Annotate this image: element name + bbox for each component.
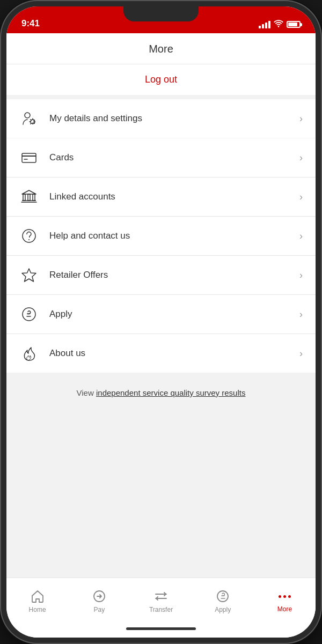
phone-inner: 9:41 [6,6,316,638]
bottom-nav: Home Pay [6,578,316,623]
pound-circle-icon [19,305,39,324]
apply-chevron-icon: › [299,309,303,320]
retailer-offers-chevron-icon: › [299,270,303,281]
status-time: 9:41 [21,18,40,29]
svg-marker-13 [22,269,36,282]
home-nav-icon [30,589,45,604]
menu-item-cards[interactable]: Cards › [6,138,316,177]
page-header: More [6,33,316,64]
phone-frame: 9:41 [0,0,322,644]
cards-chevron-icon: › [299,152,303,164]
linked-accounts-label: Linked accounts [49,191,299,202]
star-icon [19,265,39,285]
logout-section: Log out [6,64,316,95]
transfer-nav-label: Transfer [149,606,173,613]
card-icon [19,148,39,167]
my-details-label: My details and settings [49,113,299,124]
bank-icon [19,187,39,206]
my-details-chevron-icon: › [299,113,303,124]
home-indicator [6,623,316,638]
help-chevron-icon: › [299,231,303,242]
scrollable-content: More Log out [6,33,316,578]
survey-link[interactable]: independent service quality survey resul… [96,388,245,397]
svg-rect-7 [28,194,30,201]
apply-label: Apply [49,309,299,320]
svg-point-16 [217,591,228,602]
help-icon [19,226,39,246]
menu-item-about-us[interactable]: About us › [6,334,316,373]
svg-point-12 [28,239,30,240]
battery-icon [287,21,301,28]
survey-prefix: View [77,388,96,397]
apply-nav-label: Apply [215,606,231,613]
pay-nav-label: Pay [93,606,105,613]
flame-icon [19,344,39,363]
nav-item-more[interactable]: More [254,589,316,613]
home-nav-label: Home [29,606,46,613]
svg-rect-2 [22,153,36,162]
nav-item-apply[interactable]: Apply [192,589,254,613]
survey-section: View independent service quality survey … [6,373,316,412]
notch [123,6,199,21]
wifi-icon [274,20,283,29]
help-contact-label: Help and contact us [49,231,299,241]
menu-section-2: Cards › [6,138,316,373]
linked-accounts-chevron-icon: › [299,191,303,203]
spacer [6,412,316,520]
about-us-label: About us [49,348,299,359]
more-nav-label: More [277,605,292,613]
menu-section-1: My details and settings › [6,99,316,138]
cards-label: Cards [49,152,299,163]
settings-user-icon [19,109,39,128]
signal-bars-icon [259,21,270,28]
menu-item-retailer-offers[interactable]: Retailer Offers › [6,256,316,295]
svg-rect-6 [23,194,25,201]
menu-item-apply[interactable]: Apply › [6,295,316,334]
about-us-chevron-icon: › [299,348,303,359]
menu-item-my-details[interactable]: My details and settings › [6,99,316,138]
retailer-offers-label: Retailer Offers [49,270,299,280]
svg-point-0 [25,113,30,118]
nav-item-transfer[interactable]: Transfer [130,589,192,613]
menu-item-linked-accounts[interactable]: Linked accounts › [6,177,316,217]
pay-nav-icon [92,589,107,604]
nav-item-pay[interactable]: Pay [68,589,130,613]
page-title: More [149,43,173,55]
transfer-nav-icon [153,589,169,604]
home-bar [126,627,196,630]
svg-point-11 [23,230,35,242]
more-dots-icon [279,589,291,603]
menu-item-help-contact[interactable]: Help and contact us › [6,217,316,256]
apply-nav-icon [215,589,230,604]
nav-item-home[interactable]: Home [6,589,68,613]
svg-rect-8 [33,194,35,201]
svg-marker-5 [22,190,36,194]
logout-button[interactable]: Log out [145,74,177,85]
status-icons [259,20,301,29]
